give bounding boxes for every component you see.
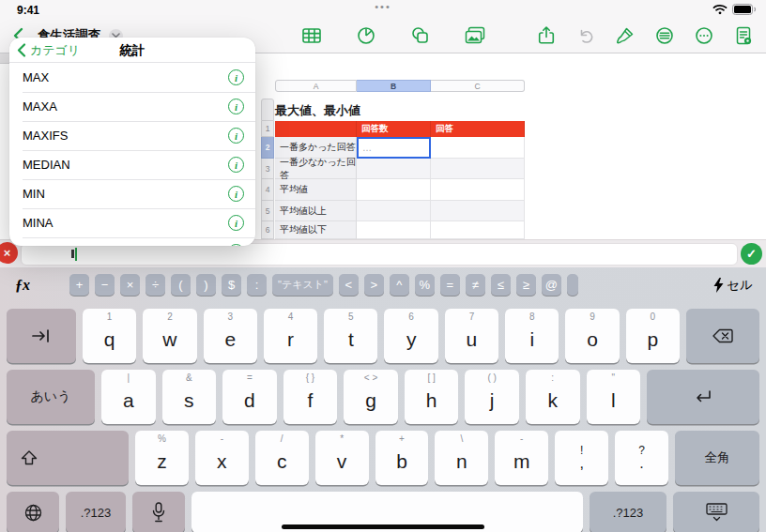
header-cell-b1[interactable]: 回答数 xyxy=(357,121,431,137)
function-list-item[interactable]: MAXIFS i xyxy=(9,121,255,150)
symbol-key[interactable]: − xyxy=(95,274,115,296)
symbol-key[interactable]: + xyxy=(69,274,89,296)
key-i[interactable]: 8i xyxy=(505,309,559,363)
key-y[interactable]: 6y xyxy=(384,309,437,363)
key-q[interactable]: 1q xyxy=(83,309,136,363)
key-o[interactable]: 9o xyxy=(565,309,619,363)
insert-table-button[interactable] xyxy=(300,24,323,47)
collaborate-button[interactable] xyxy=(653,24,676,47)
key-l[interactable]: "l xyxy=(587,370,641,424)
categories-back-button[interactable]: カテゴリ xyxy=(17,38,80,63)
key-u[interactable]: 7u xyxy=(445,309,498,363)
format-brush-button[interactable] xyxy=(614,24,636,47)
info-icon[interactable]: i xyxy=(228,186,244,202)
cell-reference-button[interactable]: セル xyxy=(713,277,753,294)
symbol-key[interactable]: > xyxy=(364,274,384,296)
row-header-6[interactable]: 6 xyxy=(261,221,274,239)
symbol-key[interactable]: ^ xyxy=(390,274,409,296)
cell-b5[interactable] xyxy=(357,201,431,221)
exclamation-comma-key[interactable]: !, xyxy=(555,431,608,485)
row-label[interactable]: 平均値以下 xyxy=(275,221,357,239)
key-w[interactable]: 2w xyxy=(143,309,196,363)
header-cell-c1[interactable]: 回答 xyxy=(431,121,525,137)
function-list-item[interactable]: MEDIAN i xyxy=(9,150,255,179)
info-icon[interactable]: i xyxy=(228,99,244,114)
key-k[interactable]: :k xyxy=(526,370,580,424)
row-header-2[interactable]: 2 xyxy=(261,137,274,159)
row-header-5[interactable]: 5 xyxy=(261,201,274,221)
accept-button[interactable]: ✓ xyxy=(741,243,762,265)
row-header-4[interactable]: 4 xyxy=(261,179,274,201)
insert-media-button[interactable] xyxy=(464,24,486,47)
key-m[interactable]: -m xyxy=(495,431,548,485)
numbers-layout-key[interactable]: .?123 xyxy=(66,492,126,532)
key-z[interactable]: %z xyxy=(135,431,189,485)
function-list-item[interactable]: MIN i xyxy=(9,179,255,208)
backspace-key[interactable] xyxy=(686,309,759,363)
home-indicator[interactable] xyxy=(282,524,484,529)
info-icon[interactable]: i xyxy=(228,157,244,173)
symbol-key[interactable]: ≠ xyxy=(466,274,485,296)
function-list-item[interactable]: MAXA i xyxy=(9,92,255,121)
row-header-3[interactable]: 3 xyxy=(261,159,274,179)
header-cell-a1[interactable] xyxy=(275,121,357,137)
cell-c6[interactable] xyxy=(431,221,525,239)
fx-icon[interactable]: ƒx xyxy=(15,277,69,294)
cell-c2[interactable] xyxy=(431,137,525,159)
key-n[interactable]: \n xyxy=(435,431,488,485)
dictation-mic-key[interactable] xyxy=(132,492,185,532)
function-list-item-clipped[interactable] xyxy=(9,237,255,246)
symbol-key[interactable]: : xyxy=(247,274,267,296)
dismiss-keyboard-key[interactable] xyxy=(673,492,759,532)
formula-input[interactable] xyxy=(21,243,738,266)
row-label[interactable]: 一番少なかった回答 xyxy=(275,159,357,179)
key-f[interactable]: { }f xyxy=(283,370,338,424)
symbol-key[interactable]: % xyxy=(415,274,435,296)
globe-key[interactable] xyxy=(7,492,59,532)
symbol-key[interactable]: = xyxy=(440,274,460,296)
info-icon[interactable]: i xyxy=(228,215,244,231)
key-r[interactable]: 4r xyxy=(264,309,317,363)
info-icon[interactable]: i xyxy=(228,69,244,85)
function-list-item[interactable]: MAX i xyxy=(9,63,255,92)
key-h[interactable]: [ ]h xyxy=(405,370,459,424)
key-g[interactable]: < >g xyxy=(344,370,398,424)
key-d[interactable]: =d xyxy=(222,370,277,424)
share-button[interactable] xyxy=(535,24,558,47)
symbol-key[interactable]: $ xyxy=(222,274,241,296)
row-label[interactable]: 平均値以上 xyxy=(275,201,357,221)
cell-c3[interactable] xyxy=(431,159,525,179)
insert-chart-button[interactable] xyxy=(355,24,377,47)
document-view-button[interactable] xyxy=(732,24,755,47)
key-c[interactable]: /c xyxy=(255,431,309,485)
selected-cell-b2[interactable]: … xyxy=(357,137,431,159)
more-button[interactable] xyxy=(693,24,715,47)
key-x[interactable]: -x xyxy=(195,431,249,485)
text-cursor-handle[interactable] xyxy=(71,250,74,258)
numbers-layout-key[interactable]: .?123 xyxy=(590,492,666,532)
key-v[interactable]: *v xyxy=(315,431,369,485)
insert-shape-button[interactable] xyxy=(409,24,432,47)
shift-key[interactable] xyxy=(7,431,129,485)
return-key[interactable] xyxy=(647,370,759,424)
column-header-b[interactable]: B xyxy=(357,80,431,92)
zenkaku-key[interactable]: 全角 xyxy=(675,431,759,485)
cell-c4[interactable] xyxy=(431,179,525,201)
text-token-key[interactable]: "テキスト" xyxy=(272,274,333,296)
symbol-key-clipped[interactable] xyxy=(567,274,578,296)
symbol-key[interactable]: @ xyxy=(542,274,561,296)
table-title[interactable]: 最大値、最小値 xyxy=(275,99,525,121)
key-j[interactable]: ( )j xyxy=(465,370,519,424)
symbol-key[interactable]: × xyxy=(120,274,140,296)
key-a[interactable]: |a xyxy=(101,370,156,424)
column-header-c[interactable]: C xyxy=(431,80,525,92)
symbol-key[interactable]: ≥ xyxy=(516,274,536,296)
key-b[interactable]: +b xyxy=(375,431,429,485)
function-list-item[interactable]: MINA i xyxy=(9,208,255,237)
symbol-key[interactable]: ( xyxy=(171,274,191,296)
undo-button[interactable] xyxy=(574,24,597,47)
cell-b3[interactable] xyxy=(357,159,431,179)
row-header-1[interactable]: 1 xyxy=(261,121,274,137)
tab-key[interactable] xyxy=(7,309,76,363)
cell-b6[interactable] xyxy=(357,221,431,239)
